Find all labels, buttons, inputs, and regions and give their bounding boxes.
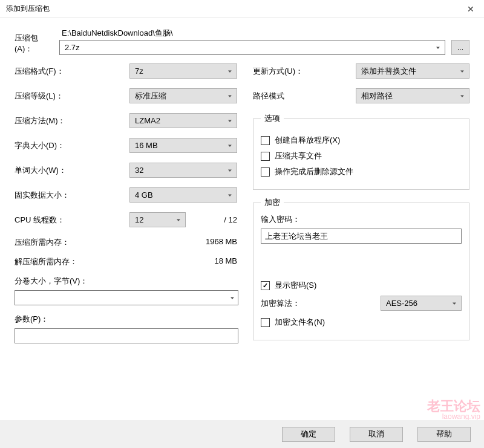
- browse-button[interactable]: ...: [451, 40, 469, 55]
- format-select[interactable]: 7z ▼: [129, 63, 237, 79]
- dict-value: 16 MB: [135, 141, 158, 150]
- mem-decomp-value: 18 MB: [214, 256, 237, 267]
- volume-select[interactable]: ▼: [15, 290, 238, 305]
- encryption-fieldset: 加密 输入密码： 上老王论坛当老王 显示密码(S) 加密算法： AES-256 …: [253, 197, 469, 340]
- update-value: 添加并替换文件: [361, 66, 416, 77]
- encryption-legend: 加密: [261, 197, 284, 208]
- show-password-row[interactable]: 显示密码(S): [261, 280, 462, 291]
- password-input[interactable]: 上老王论坛当老王: [261, 229, 462, 244]
- show-password-label: 显示密码(S): [275, 280, 316, 291]
- delete-checkbox[interactable]: [261, 167, 270, 177]
- help-button[interactable]: 帮助: [417, 427, 471, 442]
- archive-file-select[interactable]: 2.7z ▼: [59, 40, 445, 55]
- dict-select[interactable]: 16 MB ▼: [129, 138, 237, 153]
- chevron-down-icon: ▼: [175, 218, 182, 222]
- update-select[interactable]: 添加并替换文件 ▼: [356, 63, 469, 79]
- shared-checkbox[interactable]: [261, 152, 270, 161]
- threads-select[interactable]: 12 ▼: [129, 212, 186, 227]
- chevron-down-icon: ▼: [227, 193, 233, 197]
- params-label: 参数(P)：: [15, 314, 238, 325]
- pathmode-select[interactable]: 相对路径 ▼: [356, 88, 469, 103]
- sfx-label: 创建自释放程序(X): [275, 135, 340, 146]
- options-fieldset: 选项 创建自释放程序(X) 压缩共享文件 操作完成后删除源文件: [253, 113, 469, 190]
- solid-label: 固实数据大小：: [15, 190, 129, 201]
- enc-method-value: AES-256: [386, 299, 417, 308]
- archive-label: 压缩包(A)：: [15, 28, 53, 54]
- watermark: 老王论坛 laowang.vip: [427, 400, 480, 420]
- password-label: 输入密码：: [261, 214, 462, 225]
- chevron-down-icon: ▼: [451, 301, 457, 305]
- word-select[interactable]: 32 ▼: [129, 163, 237, 178]
- enc-method-label: 加密算法：: [261, 298, 300, 309]
- archive-file-value: 2.7z: [65, 43, 80, 52]
- threads-total: / 12: [224, 215, 238, 224]
- format-label: 压缩格式(F)：: [15, 66, 129, 77]
- chevron-down-icon: ▼: [435, 45, 441, 50]
- pathmode-label: 路径模式: [253, 91, 356, 102]
- cancel-button[interactable]: 取消: [350, 427, 403, 442]
- threads-value: 12: [135, 215, 143, 224]
- chevron-down-icon: ▼: [227, 118, 233, 123]
- method-label: 压缩方法(M)：: [15, 115, 129, 126]
- archive-path: E:\BaiduNetdiskDownload\鱼肠\: [59, 28, 469, 39]
- level-value: 标准压缩: [135, 91, 166, 102]
- sfx-checkbox[interactable]: [261, 136, 270, 145]
- encrypt-names-label: 加密文件名(N): [275, 317, 325, 328]
- window-title: 添加到压缩包: [6, 4, 50, 14]
- level-select[interactable]: 标准压缩 ▼: [129, 88, 237, 103]
- threads-label: CPU 线程数：: [15, 215, 129, 226]
- mem-comp-value: 1968 MB: [206, 237, 237, 248]
- delete-checkbox-row[interactable]: 操作完成后删除源文件: [261, 166, 462, 177]
- mem-comp-label: 压缩所需内存：: [15, 237, 70, 248]
- chevron-down-icon: ▼: [227, 168, 233, 172]
- sfx-checkbox-row[interactable]: 创建自释放程序(X): [261, 135, 462, 146]
- chevron-down-icon: ▼: [227, 143, 233, 148]
- word-label: 单词大小(W)：: [15, 165, 129, 176]
- solid-value: 4 GB: [135, 190, 153, 200]
- level-label: 压缩等级(L)：: [15, 91, 129, 102]
- solid-select[interactable]: 4 GB ▼: [129, 187, 237, 203]
- show-password-checkbox[interactable]: [261, 281, 270, 290]
- params-input[interactable]: [15, 328, 238, 343]
- encrypt-names-row[interactable]: 加密文件名(N): [261, 317, 462, 328]
- mem-decomp-label: 解压缩所需内存：: [15, 256, 77, 267]
- chevron-down-icon: ▼: [229, 296, 235, 300]
- word-value: 32: [135, 166, 143, 175]
- chevron-down-icon: ▼: [227, 94, 233, 98]
- shared-checkbox-row[interactable]: 压缩共享文件: [261, 151, 462, 161]
- format-value: 7z: [135, 67, 143, 76]
- chevron-down-icon: ▼: [227, 69, 233, 73]
- method-value: LZMA2: [135, 116, 160, 125]
- update-label: 更新方式(U)：: [253, 66, 356, 77]
- password-value: 上老王论坛当老王: [265, 231, 328, 242]
- chevron-down-icon: ▼: [459, 94, 465, 98]
- volume-label: 分卷大小，字节(V)：: [15, 276, 238, 287]
- delete-label: 操作完成后删除源文件: [275, 166, 353, 177]
- close-button[interactable]: ✕: [457, 1, 484, 18]
- encrypt-names-checkbox[interactable]: [261, 318, 270, 327]
- chevron-down-icon: ▼: [459, 69, 465, 73]
- options-legend: 选项: [261, 113, 284, 124]
- enc-method-select[interactable]: AES-256 ▼: [381, 296, 462, 311]
- ok-button[interactable]: 确定: [282, 427, 335, 442]
- dict-label: 字典大小(D)：: [15, 140, 129, 151]
- pathmode-value: 相对路径: [361, 91, 393, 102]
- shared-label: 压缩共享文件: [275, 151, 322, 161]
- method-select[interactable]: LZMA2 ▼: [129, 113, 237, 128]
